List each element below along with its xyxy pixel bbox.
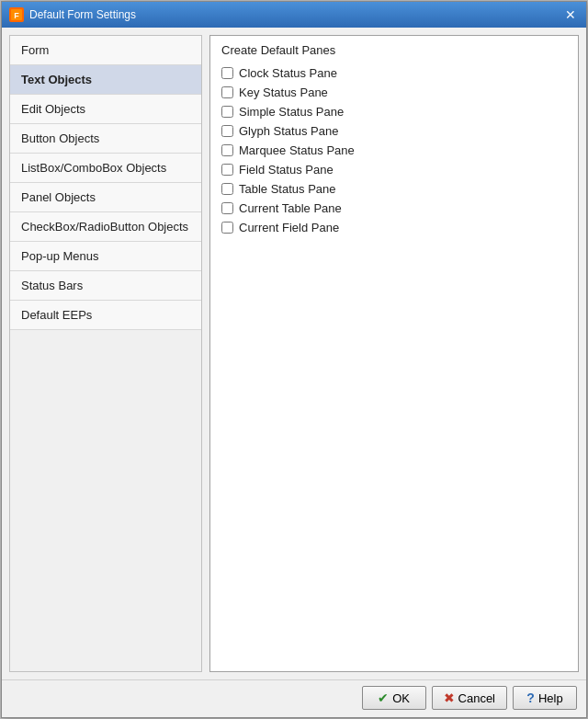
checkbox-current-field-pane[interactable] — [221, 222, 233, 234]
checkbox-label-field-status-pane: Field Status Pane — [239, 163, 334, 177]
sidebar-item-popup-menus[interactable]: Pop-up Menus — [10, 242, 201, 271]
checkbox-key-status-pane[interactable] — [221, 86, 233, 98]
checkbox-label-current-field-pane: Current Field Pane — [239, 221, 339, 234]
checkbox-label-glyph-status-pane: Glyph Status Pane — [239, 124, 338, 138]
checkbox-row-current-table-pane: Current Table Pane — [221, 201, 567, 215]
help-button[interactable]: ? Help — [513, 686, 577, 710]
sidebar-item-checkbox-radiobutton-objects[interactable]: CheckBox/RadioButton Objects — [10, 212, 201, 242]
cancel-button[interactable]: ✖ Cancel — [432, 686, 507, 710]
checkbox-marquee-status-pane[interactable] — [221, 144, 233, 156]
sidebar-item-listbox-combobox-objects[interactable]: ListBox/ComboBox Objects — [10, 154, 201, 183]
checkbox-row-marquee-status-pane: Marquee Status Pane — [221, 143, 567, 157]
checkbox-row-table-status-pane: Table Status Pane — [221, 182, 567, 196]
sidebar-item-default-eeps[interactable]: Default EEPs — [10, 301, 201, 330]
sidebar-item-button-objects[interactable]: Button Objects — [10, 124, 201, 154]
sidebar-item-text-objects[interactable]: Text Objects — [10, 65, 201, 95]
sidebar-item-form[interactable]: Form — [10, 36, 201, 65]
checkbox-label-simple-status-pane: Simple Status Pane — [239, 105, 344, 119]
checkbox-label-current-table-pane: Current Table Pane — [239, 201, 342, 215]
sidebar-item-panel-objects[interactable]: Panel Objects — [10, 183, 201, 212]
help-label: Help — [538, 691, 563, 705]
ok-button[interactable]: ✔ OK — [362, 686, 426, 710]
check-icon: ✔ — [378, 690, 389, 705]
checkbox-row-current-field-pane: Current Field Pane — [221, 221, 567, 234]
checkbox-clock-status-pane[interactable] — [221, 67, 233, 79]
title-bar-left: F Default Form Settings — [9, 7, 136, 22]
checkbox-label-marquee-status-pane: Marquee Status Pane — [239, 143, 355, 157]
title-bar: F Default Form Settings ✕ — [2, 2, 586, 28]
x-icon: ✖ — [444, 690, 455, 705]
checkbox-label-table-status-pane: Table Status Pane — [239, 182, 336, 196]
checkbox-field-status-pane[interactable] — [221, 164, 233, 176]
sidebar-item-status-bars[interactable]: Status Bars — [10, 271, 201, 301]
checkbox-row-key-status-pane: Key Status Pane — [221, 86, 567, 99]
checkbox-list: Clock Status PaneKey Status PaneSimple S… — [221, 66, 567, 234]
sidebar-item-edit-objects[interactable]: Edit Objects — [10, 95, 201, 124]
app-icon: F — [9, 7, 24, 22]
cancel-label: Cancel — [458, 691, 495, 705]
checkbox-label-key-status-pane: Key Status Pane — [239, 86, 328, 99]
svg-text:F: F — [14, 11, 19, 20]
pane-box: Create Default Panes Clock Status PaneKe… — [209, 35, 579, 672]
footer: ✔ OK ✖ Cancel ? Help — [2, 679, 586, 717]
checkbox-row-simple-status-pane: Simple Status Pane — [221, 105, 567, 119]
checkbox-table-status-pane[interactable] — [221, 183, 233, 195]
sidebar: FormText ObjectsEdit ObjectsButton Objec… — [9, 35, 202, 672]
close-button[interactable]: ✕ — [562, 6, 579, 23]
checkbox-glyph-status-pane[interactable] — [221, 125, 233, 137]
checkbox-simple-status-pane[interactable] — [221, 106, 233, 118]
checkbox-row-clock-status-pane: Clock Status Pane — [221, 66, 567, 80]
pane-box-title: Create Default Panes — [221, 43, 567, 57]
checkbox-row-glyph-status-pane: Glyph Status Pane — [221, 124, 567, 138]
main-panel: Create Default Panes Clock Status PaneKe… — [209, 35, 579, 672]
question-icon: ? — [526, 690, 535, 705]
window-title: Default Form Settings — [29, 8, 136, 21]
ok-label: OK — [392, 691, 410, 705]
checkbox-row-field-status-pane: Field Status Pane — [221, 163, 567, 177]
checkbox-label-clock-status-pane: Clock Status Pane — [239, 66, 337, 80]
content-area: FormText ObjectsEdit ObjectsButton Objec… — [2, 28, 586, 679]
window: F Default Form Settings ✕ FormText Objec… — [1, 1, 587, 718]
checkbox-current-table-pane[interactable] — [221, 202, 233, 214]
